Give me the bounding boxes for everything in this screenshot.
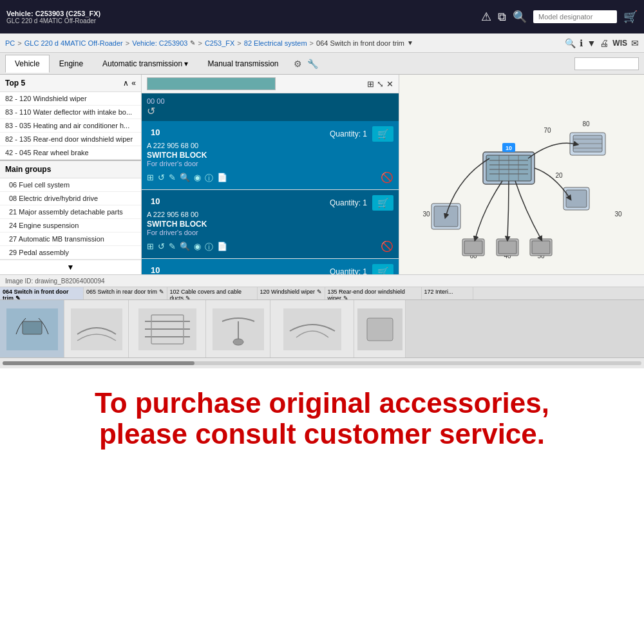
thumb-tab-label-1[interactable]: 065 Switch in rear door trim ✎ bbox=[84, 287, 167, 299]
zoom-btn[interactable]: 🔍 bbox=[565, 38, 576, 48]
part-desc-0: For driver's door bbox=[147, 160, 393, 167]
vehicle-info: Vehicle: C253903 (C253_FX) GLC 220 d 4MA… bbox=[6, 10, 100, 24]
eye-icon-1[interactable]: ◉ bbox=[194, 242, 201, 253]
parts-toolbar-icons: ⊞ ⤡ ✕ bbox=[367, 79, 393, 89]
sidebar-item-1[interactable]: 83 - 110 Water deflector with intake bo.… bbox=[0, 106, 141, 119]
tab-engine[interactable]: Engine bbox=[50, 55, 93, 73]
parts-expand-btn[interactable]: ⤡ bbox=[377, 79, 384, 89]
tab-vehicle[interactable]: Vehicle bbox=[5, 55, 50, 73]
thumb-tab-label-5[interactable]: 172 Interi... bbox=[422, 287, 473, 299]
main-item-06[interactable]: 06 Fuel cell system bbox=[0, 178, 141, 192]
main-item-29[interactable]: 29 Pedal assembly bbox=[0, 246, 141, 260]
part-row-1: 10 Quantity: 1 🛒 A 222 905 68 00 SWITCH … bbox=[142, 190, 399, 259]
search-icon-0[interactable]: 🔍 bbox=[180, 173, 190, 184]
main-item-24[interactable]: 24 Engine suspension bbox=[0, 219, 141, 232]
tools-icon[interactable]: 🔧 bbox=[307, 59, 318, 69]
svg-text:80: 80 bbox=[582, 120, 590, 128]
pencil-icon-0[interactable]: ✎ bbox=[169, 173, 176, 184]
breadcrumb-vehicle-model[interactable]: GLC 220 d 4MATIC Off-Roader bbox=[24, 39, 123, 47]
info-btn[interactable]: ℹ bbox=[580, 38, 583, 48]
part-number-1: A 222 905 68 00 bbox=[147, 211, 393, 218]
breadcrumb-pc[interactable]: PC bbox=[5, 39, 15, 47]
part-cart-btn-1[interactable]: 🛒 bbox=[372, 195, 393, 211]
doc-icon-1[interactable]: 📄 bbox=[217, 242, 227, 253]
breadcrumb-tools: 🔍 ℹ ▼ 🖨 WIS ✉ bbox=[565, 38, 639, 48]
breadcrumb-electrical[interactable]: 82 Electrical system bbox=[244, 39, 307, 47]
grid-icon-1[interactable]: ⊞ bbox=[147, 242, 154, 253]
top5-collapse-btn[interactable]: ∧ bbox=[123, 79, 129, 88]
svg-text:30: 30 bbox=[422, 211, 430, 218]
scroll-track[interactable] bbox=[3, 361, 641, 365]
tab-automatic-transmission[interactable]: Automatic transmission ▾ bbox=[93, 55, 198, 73]
thumb-0[interactable] bbox=[0, 300, 64, 358]
part-cart-btn-2[interactable]: 🛒 bbox=[372, 264, 393, 274]
sidebar-item-2[interactable]: 83 - 035 Heating and air conditioner h..… bbox=[0, 119, 141, 133]
cart-icon[interactable]: 🛒 bbox=[623, 10, 638, 24]
part-quantity-1: Quantity: 1 bbox=[330, 198, 367, 207]
svg-rect-36 bbox=[23, 321, 42, 334]
sidebar-top5-header: Top 5 ∧ « bbox=[0, 75, 141, 92]
part-cart-btn-0[interactable]: 🛒 bbox=[372, 126, 393, 142]
model-designator-input[interactable] bbox=[533, 10, 617, 23]
info-icon-0[interactable]: ⓘ bbox=[205, 173, 213, 184]
parts-search-input[interactable] bbox=[147, 77, 276, 90]
thumb-1[interactable] bbox=[64, 300, 129, 358]
tab-manual-transmission[interactable]: Manual transmission bbox=[198, 55, 288, 73]
main-groups-label: Main groups bbox=[5, 165, 51, 174]
scroll-thumb[interactable] bbox=[3, 361, 194, 365]
refresh-icon-0[interactable]: ↺ bbox=[158, 173, 165, 184]
sidebar-item-4[interactable]: 42 - 045 Rear wheel brake bbox=[0, 146, 141, 160]
doc-icon-0[interactable]: 📄 bbox=[217, 173, 227, 184]
thumb-5[interactable] bbox=[354, 300, 406, 358]
main-item-27[interactable]: 27 Automatic MB transmission bbox=[0, 232, 141, 246]
pencil-icon-1[interactable]: ✎ bbox=[169, 242, 176, 253]
mail-btn[interactable]: ✉ bbox=[631, 38, 639, 48]
nav-search-input[interactable] bbox=[574, 57, 639, 70]
search-icon-btn[interactable]: 🔍 bbox=[513, 10, 527, 24]
thumb-tab-label-0[interactable]: 064 Switch in front door trim ✎ bbox=[0, 287, 84, 299]
parts-grid-btn[interactable]: ⊞ bbox=[367, 79, 374, 89]
scroll-bar[interactable] bbox=[0, 358, 644, 368]
wis-btn[interactable]: WIS bbox=[612, 39, 627, 48]
breadcrumb-c253fx[interactable]: C253_FX bbox=[205, 39, 234, 47]
thumb-3[interactable] bbox=[206, 300, 270, 358]
copy-icon-btn[interactable]: ⧉ bbox=[498, 10, 506, 24]
settings-icon[interactable]: ⚙ bbox=[294, 59, 302, 69]
breadcrumb: PC > GLC 220 d 4MATIC Off-Roader > Vehic… bbox=[0, 33, 644, 53]
warning-icon-btn[interactable]: ⚠ bbox=[481, 10, 491, 24]
svg-text:10: 10 bbox=[506, 145, 512, 151]
watermark-line1: To purchase original accessories, bbox=[6, 388, 638, 419]
scroll-down-icon: ▼ bbox=[67, 263, 75, 272]
top5-controls: ∧ « bbox=[123, 79, 136, 88]
eye-icon-0[interactable]: ◉ bbox=[194, 173, 201, 184]
top5-hide-btn[interactable]: « bbox=[131, 79, 136, 88]
svg-text:70: 70 bbox=[544, 127, 551, 134]
info-icon-1[interactable]: ⓘ bbox=[205, 242, 213, 253]
parts-close-btn[interactable]: ✕ bbox=[386, 79, 393, 89]
breadcrumb-vehicle-edit-icon[interactable]: ✎ bbox=[190, 39, 195, 46]
thumb-4[interactable] bbox=[270, 300, 354, 358]
parts-panel: ⊞ ⤡ ✕ 00 00 ↺ 10 Quantity: 1 🛒 A 222 905… bbox=[142, 75, 399, 274]
thumb-tab-label-4[interactable]: 135 Rear-end door windshield wiper ✎ bbox=[325, 287, 422, 299]
main-item-08[interactable]: 08 Electric drive/hybrid drive bbox=[0, 192, 141, 205]
print-btn[interactable]: 🖨 bbox=[600, 38, 609, 48]
parts-toolbar: ⊞ ⤡ ✕ bbox=[142, 75, 399, 93]
sidebar-scroll-down[interactable]: ▼ bbox=[0, 260, 141, 274]
thumb-2[interactable] bbox=[129, 300, 206, 358]
thumb-tab-label-3[interactable]: 120 Windshield wiper ✎ bbox=[258, 287, 325, 299]
thumb-tab-label-2[interactable]: 102 Cable covers and cable ducts ✎ bbox=[167, 287, 258, 299]
search-icon-1[interactable]: 🔍 bbox=[180, 242, 190, 253]
filter-btn[interactable]: ▼ bbox=[587, 38, 596, 48]
sidebar-item-0[interactable]: 82 - 120 Windshield wiper bbox=[0, 92, 141, 106]
refresh-icon-1[interactable]: ↺ bbox=[158, 242, 165, 253]
breadcrumb-dropdown-icon[interactable]: ▼ bbox=[407, 39, 413, 46]
part-qty-cart-2: Quantity: 1 🛒 bbox=[330, 264, 393, 274]
main-item-21[interactable]: 21 Major assembly detachable parts bbox=[0, 205, 141, 219]
breadcrumb-vehicle[interactable]: Vehicle: C253903 bbox=[132, 39, 187, 47]
grid-icon-0[interactable]: ⊞ bbox=[147, 173, 154, 184]
svg-rect-28 bbox=[464, 241, 482, 254]
thumb-tabs-labels: 064 Switch in front door trim ✎ 065 Swit… bbox=[0, 287, 644, 300]
sidebar-item-3[interactable]: 82 - 135 Rear-end door windshield wiper bbox=[0, 133, 141, 146]
sidebar: Top 5 ∧ « 82 - 120 Windshield wiper 83 -… bbox=[0, 75, 142, 274]
watermark-line2: please consult customer service. bbox=[6, 419, 638, 450]
